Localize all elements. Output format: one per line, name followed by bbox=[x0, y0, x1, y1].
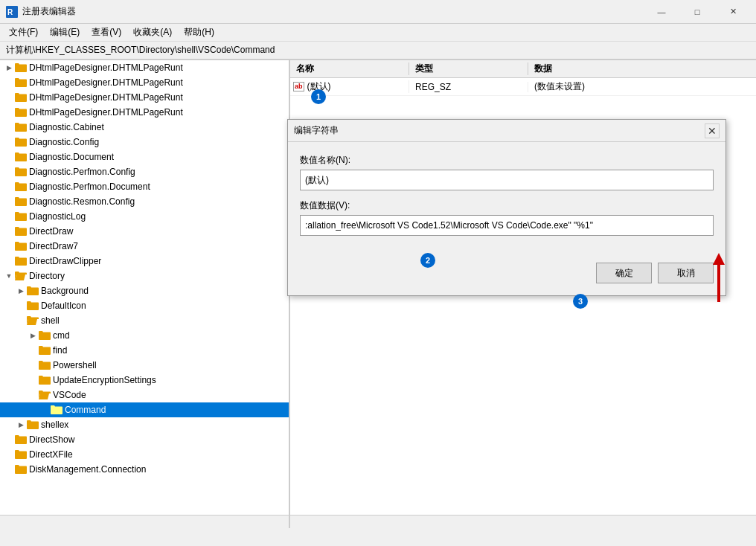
dialog-body: 数值名称(N): 数值数据(V): bbox=[288, 142, 725, 257]
tree-item-label: DirectDraw bbox=[29, 226, 73, 237]
col-header-type: 类型 bbox=[409, 62, 528, 75]
badge-1: 1 bbox=[311, 89, 326, 104]
tree-item[interactable]: DirectDraw bbox=[0, 224, 289, 239]
dialog-ok-button[interactable]: 确定 bbox=[596, 263, 652, 283]
folder-icon bbox=[15, 434, 27, 445]
tree-item[interactable]: UpdateEncryptionSettings bbox=[0, 373, 289, 388]
tree-panel: ▶DHtmlPageDesigner.DHTMLPageRuntDHtmlPag… bbox=[0, 60, 290, 528]
tree-item[interactable]: DirectDraw7 bbox=[0, 239, 289, 254]
red-arrow-indicator bbox=[713, 253, 725, 302]
tree-item[interactable]: DefaultIcon bbox=[0, 298, 289, 313]
tree-item-label: Command bbox=[65, 405, 106, 415]
tree-expand-icon bbox=[3, 225, 15, 237]
dialog-close-button[interactable]: ✕ bbox=[705, 123, 720, 138]
menu-item[interactable]: 帮助(H) bbox=[178, 25, 220, 40]
tree-item[interactable]: DHtmlPageDesigner.DHTMLPageRunt bbox=[0, 105, 289, 120]
menu-item[interactable]: 查看(V) bbox=[86, 25, 127, 40]
tree-item-label: VSCode bbox=[53, 390, 86, 400]
table-row[interactable]: ab (默认) REG_SZ (数值未设置) bbox=[290, 78, 756, 96]
tree-item[interactable]: DiagnosticLog bbox=[0, 209, 289, 224]
tree-item[interactable]: DHtmlPageDesigner.DHTMLPageRunt bbox=[0, 75, 289, 90]
tree-container[interactable]: ▶DHtmlPageDesigner.DHTMLPageRuntDHtmlPag… bbox=[0, 60, 289, 515]
folder-icon bbox=[15, 241, 27, 251]
menu-item[interactable]: 编辑(E) bbox=[44, 25, 86, 40]
tree-expand-icon: ▶ bbox=[27, 330, 39, 341]
tree-item[interactable]: Powershell bbox=[0, 358, 289, 373]
tree-item[interactable]: Diagnostic.Config bbox=[0, 135, 289, 150]
tree-item-label: UpdateEncryptionSettings bbox=[53, 375, 156, 385]
folder-icon bbox=[15, 77, 27, 88]
folder-icon bbox=[27, 286, 39, 296]
folder-icon bbox=[27, 315, 39, 326]
tree-item[interactable]: Diagnostic.Cabinet bbox=[0, 120, 289, 135]
dialog-name-input[interactable] bbox=[300, 170, 714, 190]
folder-icon bbox=[15, 62, 27, 73]
menu-item[interactable]: 收藏夹(A) bbox=[127, 25, 178, 40]
tree-item[interactable]: Diagnostic.Resmon.Config bbox=[0, 194, 289, 209]
ab-icon: ab bbox=[293, 82, 304, 91]
tree-item-label: DHtmlPageDesigner.DHTMLPageRunt bbox=[29, 107, 183, 118]
maximize-button[interactable]: □ bbox=[680, 0, 714, 24]
folder-icon bbox=[15, 107, 27, 118]
tree-item[interactable]: ▶cmd bbox=[0, 328, 289, 343]
dialog-cancel-button[interactable]: 取消 bbox=[658, 263, 714, 283]
tree-item[interactable]: DHtmlPageDesigner.DHTMLPageRunt bbox=[0, 90, 289, 105]
tree-item[interactable]: DirectDrawClipper bbox=[0, 254, 289, 269]
folder-icon bbox=[39, 360, 51, 370]
cell-name: ab (默认) bbox=[290, 80, 409, 93]
close-button[interactable]: ✕ bbox=[716, 0, 750, 24]
app-icon: R bbox=[6, 6, 18, 18]
tree-item[interactable]: ▼Directory bbox=[0, 269, 289, 283]
tree-item-label: Powershell bbox=[53, 360, 97, 370]
tree-expand-icon bbox=[3, 106, 15, 118]
tree-expand-icon bbox=[15, 315, 27, 327]
tree-item-label: DirectDrawClipper bbox=[29, 256, 101, 266]
window-title: 注册表编辑器 bbox=[22, 5, 644, 18]
folder-icon bbox=[15, 256, 27, 266]
cell-type: REG_SZ bbox=[409, 82, 528, 92]
folder-icon bbox=[39, 375, 51, 385]
folder-icon bbox=[39, 330, 51, 341]
tree-scrollbar[interactable] bbox=[0, 515, 289, 528]
tree-item[interactable]: shell bbox=[0, 313, 289, 328]
tree-item[interactable]: Diagnostic.Perfmon.Config bbox=[0, 164, 289, 179]
tree-item[interactable]: ▶DHtmlPageDesigner.DHTMLPageRunt bbox=[0, 60, 289, 75]
tree-item[interactable]: DirectXFile bbox=[0, 447, 289, 462]
minimize-button[interactable]: — bbox=[644, 0, 679, 24]
tree-expand-icon: ▼ bbox=[3, 270, 15, 282]
folder-icon bbox=[39, 390, 51, 400]
folder-icon bbox=[15, 122, 27, 132]
tree-expand-icon bbox=[3, 77, 15, 89]
tree-item-label: DefaultIcon bbox=[41, 301, 86, 311]
tree-item[interactable]: Command bbox=[0, 402, 289, 417]
tree-item[interactable]: Diagnostic.Document bbox=[0, 150, 289, 164]
tree-expand-icon bbox=[3, 196, 15, 208]
tree-expand-icon bbox=[3, 449, 15, 460]
tree-item[interactable]: ▶shellex bbox=[0, 417, 289, 432]
folder-icon bbox=[15, 182, 27, 192]
breadcrumb-text: 计算机\HKEY_CLASSES_ROOT\Directory\shell\VS… bbox=[6, 44, 275, 57]
tree-item-label: DirectDraw7 bbox=[29, 241, 78, 251]
tree-item[interactable]: DirectShow bbox=[0, 432, 289, 447]
badge-3: 3 bbox=[573, 294, 588, 309]
tree-item[interactable]: DiskManagement.Connection bbox=[0, 462, 289, 477]
tree-expand-icon bbox=[3, 181, 15, 193]
title-bar: R 注册表编辑器 — □ ✕ bbox=[0, 0, 756, 24]
tree-expand-icon bbox=[27, 389, 39, 401]
tree-item-label: Directory bbox=[29, 271, 65, 281]
tree-expand-icon bbox=[3, 463, 15, 475]
tree-expand-icon bbox=[3, 434, 15, 446]
tree-item-label: DirectXFile bbox=[29, 449, 73, 460]
dialog-data-input[interactable] bbox=[300, 215, 714, 236]
tree-item-label: find bbox=[53, 345, 67, 356]
tree-item-label: Diagnostic.Config bbox=[29, 137, 99, 147]
table-header: 名称 类型 数据 bbox=[290, 60, 756, 78]
tree-item[interactable]: Diagnostic.Perfmon.Document bbox=[0, 179, 289, 194]
tree-item-label: Diagnostic.Perfmon.Document bbox=[29, 182, 150, 192]
tree-item[interactable]: VSCode bbox=[0, 388, 289, 402]
tree-item[interactable]: ▶Background bbox=[0, 283, 289, 298]
menu-item[interactable]: 文件(F) bbox=[3, 25, 44, 40]
tree-item[interactable]: find bbox=[0, 343, 289, 358]
tree-item-label: Diagnostic.Perfmon.Config bbox=[29, 167, 135, 177]
right-scrollbar[interactable] bbox=[290, 515, 756, 528]
